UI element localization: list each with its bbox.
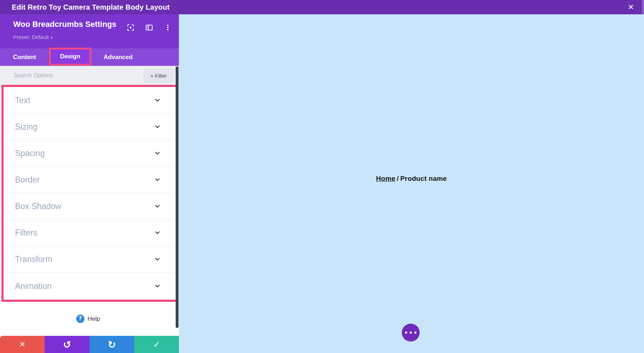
save-button[interactable]: ✓ xyxy=(134,336,179,353)
section-box-shadow[interactable]: Box Shadow xyxy=(4,193,176,219)
section-transform[interactable]: Transform xyxy=(4,246,176,273)
breadcrumb: Home/Product name xyxy=(179,175,644,183)
top-bar: Edit Retro Toy Camera Template Body Layo… xyxy=(0,0,644,14)
section-spacing[interactable]: Spacing xyxy=(4,140,176,166)
expand-module-icon[interactable] xyxy=(126,23,135,32)
settings-panel: Woo Breadcrumbs Settings Preset: Default… xyxy=(0,14,179,353)
tab-advanced[interactable]: Advanced xyxy=(91,48,145,66)
breadcrumb-separator: / xyxy=(397,175,399,182)
browser-scrollbar[interactable] xyxy=(642,0,644,14)
x-icon: ✕ xyxy=(19,340,26,349)
search-input[interactable] xyxy=(14,66,135,85)
section-label: Filters xyxy=(15,228,38,238)
section-label: Box Shadow xyxy=(15,201,61,211)
section-filters[interactable]: Filters xyxy=(4,219,176,246)
settings-tabs: Content Design Advanced xyxy=(0,48,179,66)
section-label: Border xyxy=(15,175,40,184)
page-settings-button[interactable] xyxy=(402,324,420,342)
chevron-down-icon xyxy=(154,176,161,183)
section-label: Sizing xyxy=(15,122,38,131)
page-title: Edit Retro Toy Camera Template Body Layo… xyxy=(12,0,170,14)
filter-button[interactable]: + Filter xyxy=(143,68,174,83)
section-label: Animation xyxy=(15,281,52,291)
redo-button[interactable]: ↻ xyxy=(89,336,134,353)
close-icon[interactable]: ✕ xyxy=(628,0,634,14)
tab-design[interactable]: Design xyxy=(49,48,91,66)
breadcrumb-home-link[interactable]: Home xyxy=(376,175,395,182)
chevron-down-icon xyxy=(154,97,161,103)
section-label: Transform xyxy=(15,255,52,264)
tab-content[interactable]: Content xyxy=(0,48,49,66)
settings-panel-header: Woo Breadcrumbs Settings Preset: Default… xyxy=(0,14,179,48)
more-options-menu-icon[interactable] xyxy=(163,23,172,32)
preview-canvas: Home/Product name xyxy=(179,14,644,353)
check-icon: ✓ xyxy=(153,340,160,349)
help-button[interactable]: ? Help xyxy=(76,315,100,323)
help-row: ? Help xyxy=(0,302,176,336)
question-mark-icon: ? xyxy=(76,315,84,323)
sidebar-layout-icon[interactable] xyxy=(145,23,154,32)
section-border[interactable]: Border xyxy=(4,166,176,193)
preset-label: Preset: Default xyxy=(13,34,49,40)
divi-builder-screen: Edit Retro Toy Camera Template Body Layo… xyxy=(0,0,644,353)
chevron-down-icon xyxy=(154,203,161,209)
footer-actions: ✕ ↺ ↻ ✓ xyxy=(0,336,179,353)
preset-selector[interactable]: Preset: Default▾ xyxy=(13,34,53,40)
design-options-accordion: Text Sizing Spacing Border Box Shadow Fi… xyxy=(1,85,178,302)
section-label: Spacing xyxy=(15,148,45,158)
undo-button[interactable]: ↺ xyxy=(45,336,89,353)
chevron-down-icon xyxy=(154,256,161,262)
help-label: Help xyxy=(88,315,100,323)
section-animation[interactable]: Animation xyxy=(4,273,176,299)
section-label: Text xyxy=(15,95,30,105)
redo-icon: ↻ xyxy=(108,339,116,350)
chevron-down-icon xyxy=(154,150,161,156)
discard-button[interactable]: ✕ xyxy=(0,336,45,353)
undo-icon: ↺ xyxy=(63,339,71,350)
chevron-down-icon xyxy=(154,229,161,236)
section-text[interactable]: Text xyxy=(4,87,176,113)
breadcrumb-current: Product name xyxy=(400,175,447,182)
settings-title: Woo Breadcrumbs Settings xyxy=(13,20,116,29)
chevron-down-icon xyxy=(154,124,161,130)
ellipsis-icon xyxy=(402,332,420,334)
panel-scrollbar[interactable] xyxy=(176,67,179,328)
search-options-row: + Filter xyxy=(0,66,179,85)
section-sizing[interactable]: Sizing xyxy=(4,113,176,140)
chevron-down-icon: ▾ xyxy=(50,35,53,40)
chevron-down-icon xyxy=(154,283,161,289)
